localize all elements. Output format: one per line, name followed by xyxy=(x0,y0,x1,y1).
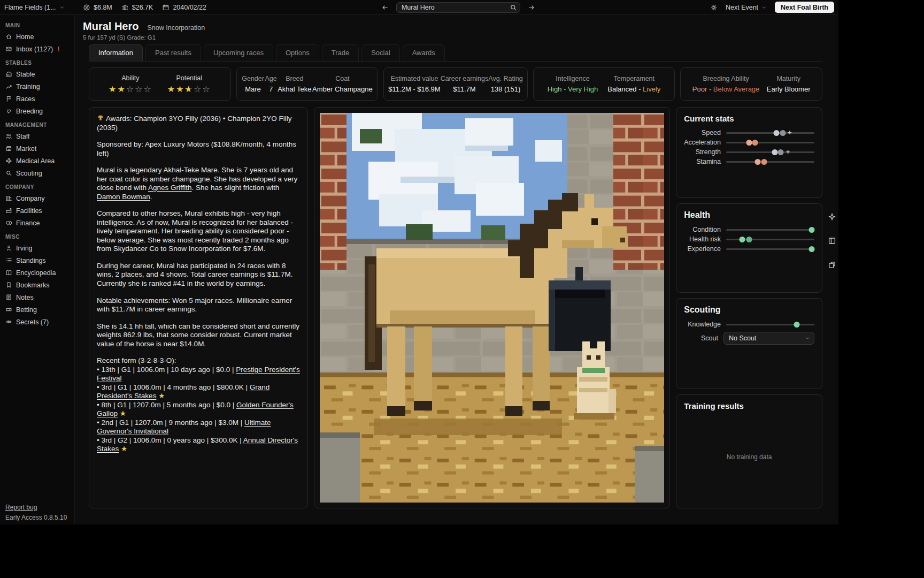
scout-select-value: No Scout xyxy=(729,334,756,342)
tab-awards[interactable]: Awards xyxy=(403,44,445,61)
sidebar-item-market[interactable]: Market xyxy=(0,142,74,155)
arrow-right-icon xyxy=(528,4,535,11)
flag-icon xyxy=(5,95,12,102)
sidebar-item-staff[interactable]: Staff xyxy=(0,130,74,142)
friction-person-link[interactable]: Damon Bowman xyxy=(97,193,150,201)
tab-social[interactable]: Social xyxy=(361,44,399,61)
sidebar-item-bookmarks[interactable]: Bookmarks xyxy=(0,279,74,291)
coat-value: Amber Champagne xyxy=(312,85,373,93)
age-value: 7 xyxy=(265,85,276,93)
major-race-star-icon: ★ xyxy=(121,445,127,453)
sidebar-item-facilities[interactable]: Facilities xyxy=(0,204,74,217)
mail-icon xyxy=(5,45,12,52)
major-race-star-icon: ★ xyxy=(120,409,126,417)
calendar-icon xyxy=(162,4,170,11)
trend-up-icon xyxy=(5,83,12,90)
effects-button[interactable] xyxy=(827,212,837,222)
sidebar-item-secrets[interactable]: Secrets (7) xyxy=(0,316,74,328)
scouting-card: Scouting Knowledge Scout No Scout xyxy=(676,298,822,389)
nav-back-button[interactable] xyxy=(381,4,389,11)
export-button[interactable] xyxy=(827,260,837,270)
awards-line: Awards: Champion 3YO Filly (2036) • Cham… xyxy=(97,115,300,132)
building-icon xyxy=(121,4,129,11)
date-display: 2040/02/22 xyxy=(162,4,206,11)
sidebar-item-finance[interactable]: Finance xyxy=(0,217,74,229)
breeding-card: Breeding Ability Poor - Below Average Ma… xyxy=(680,67,822,101)
heart-icon xyxy=(5,108,12,115)
bond-person-link[interactable]: Agnes Griffith xyxy=(148,184,192,192)
stable-select-label: Flame Fields (1... xyxy=(4,4,56,11)
experience-slider xyxy=(726,245,814,253)
summary-cards: Ability ★★☆☆☆ Potential ★★★☆☆☆ GenderMar… xyxy=(89,67,822,101)
settings-gear-button[interactable] xyxy=(710,4,718,11)
tab-options[interactable]: Options xyxy=(276,44,319,61)
race-spec-subtitle: 5 fur 157 yd (S) Grade: G1 xyxy=(83,34,838,41)
recent-form-entry: • 8th | G1 | 1207.0m | 5 months ago | $0… xyxy=(97,401,300,419)
tab-trade[interactable]: Trade xyxy=(322,44,359,61)
sidebar-item-home[interactable]: Home xyxy=(0,31,74,43)
speed-slider: + xyxy=(726,129,814,136)
breeding-ability-value: Poor - Below Average xyxy=(692,85,760,93)
sidebar-item-encyclopedia[interactable]: Encyclopedia xyxy=(0,267,74,279)
stable-select[interactable]: Flame Fields (1... xyxy=(4,4,74,11)
sidebar-item-breeding[interactable]: Breeding xyxy=(0,105,74,117)
user-icon xyxy=(83,4,90,11)
player-cash: $6.8M xyxy=(83,4,112,11)
sidebar-item-inbox[interactable]: Inbox (1127) ! xyxy=(0,43,74,55)
horse-stall-scene xyxy=(320,113,664,503)
app-window: Flame Fields (1... $6.8M $26.7K 2040/02/… xyxy=(0,0,838,524)
training-results-card: Training results No training data xyxy=(676,394,822,508)
next-foal-birth-button[interactable]: Next Foal Birth xyxy=(775,2,834,13)
sponsor-line: Sponsored by: Apex Luxury Motors ($108.8… xyxy=(97,140,300,158)
ability-stars: ★★☆☆☆ xyxy=(109,85,152,94)
potential-label: Potential xyxy=(167,74,211,82)
layout-button[interactable] xyxy=(827,236,837,246)
right-column: Current stats Speed+ Acceleration Streng… xyxy=(676,107,822,508)
scout-select[interactable]: No Scout xyxy=(723,332,814,345)
avg-rating-value: 138 (151) xyxy=(488,85,522,93)
sidebar-item-betting[interactable]: Betting xyxy=(0,303,74,316)
tab-information[interactable]: Information xyxy=(89,44,143,61)
sidebar-item-medical-area[interactable]: Medical Area xyxy=(0,155,74,167)
sidebar-item-standings[interactable]: Standings xyxy=(0,254,74,267)
sidebar-section-management: MANAGEMENT xyxy=(0,122,74,128)
overlap-squares-icon xyxy=(828,261,836,269)
sidebar-section-stables: STABLES xyxy=(0,60,74,66)
next-event-label: Next Event xyxy=(726,4,758,11)
search-input[interactable] xyxy=(396,2,520,13)
health-risk-slider xyxy=(726,235,814,243)
gear-icon xyxy=(710,4,718,11)
factory-icon xyxy=(5,207,12,214)
sidebar-item-races[interactable]: Races xyxy=(0,93,74,105)
sidebar-item-company[interactable]: Company xyxy=(0,192,74,204)
sidebar: MAIN Home Inbox (1127) ! STABLES Stable … xyxy=(0,16,75,524)
sidebar-item-stable[interactable]: Stable xyxy=(0,68,74,80)
owner-name: Snow Incorporation xyxy=(147,24,205,32)
major-race-star-icon: ★ xyxy=(158,392,165,400)
main-content: Mural Hero Snow Incorporation 5 fur 157 … xyxy=(75,16,838,524)
coins-icon xyxy=(5,219,12,226)
topbar: Flame Fields (1... $6.8M $26.7K 2040/02/… xyxy=(0,0,838,15)
sidebar-item-notes[interactable]: Notes xyxy=(0,291,74,303)
magnifier-icon xyxy=(5,170,12,177)
sidebar-item-training[interactable]: Training xyxy=(0,80,74,93)
recent-form-entry: • 13th | G1 | 1006.0m | 10 days ago | $0… xyxy=(97,366,300,383)
tab-upcoming-races[interactable]: Upcoming races xyxy=(204,44,273,61)
identity-card: GenderMare Age7 BreedAkhal Teke CoatAmbe… xyxy=(236,67,379,101)
recent-form-entry: • 2nd | G1 | 1207.0m | 9 months ago | $3… xyxy=(97,419,300,436)
intelligence-value: High - Very High xyxy=(548,85,598,93)
sidebar-item-scouting[interactable]: Scouting xyxy=(0,167,74,179)
next-event-dropdown[interactable]: Next Event xyxy=(726,4,767,11)
report-bug-link[interactable]: Report bug xyxy=(5,504,67,511)
sidebar-item-irving[interactable]: Irving xyxy=(0,242,74,254)
storefront-icon xyxy=(5,145,12,152)
person-icon xyxy=(5,245,12,252)
search-icon[interactable] xyxy=(510,4,517,11)
size-paragraph: She is 14.1 hh tall, which can be consid… xyxy=(97,322,300,349)
mind-card: Intelligence High - Very High Temperamen… xyxy=(533,67,675,101)
scouting-title: Scouting xyxy=(684,305,814,315)
current-stats-title: Current stats xyxy=(684,114,814,123)
tab-past-results[interactable]: Past results xyxy=(145,44,201,61)
nav-forward-button[interactable] xyxy=(528,4,535,11)
recent-form-entry: • 3rd | G1 | 1006.0m | 4 months ago | $8… xyxy=(97,383,300,401)
